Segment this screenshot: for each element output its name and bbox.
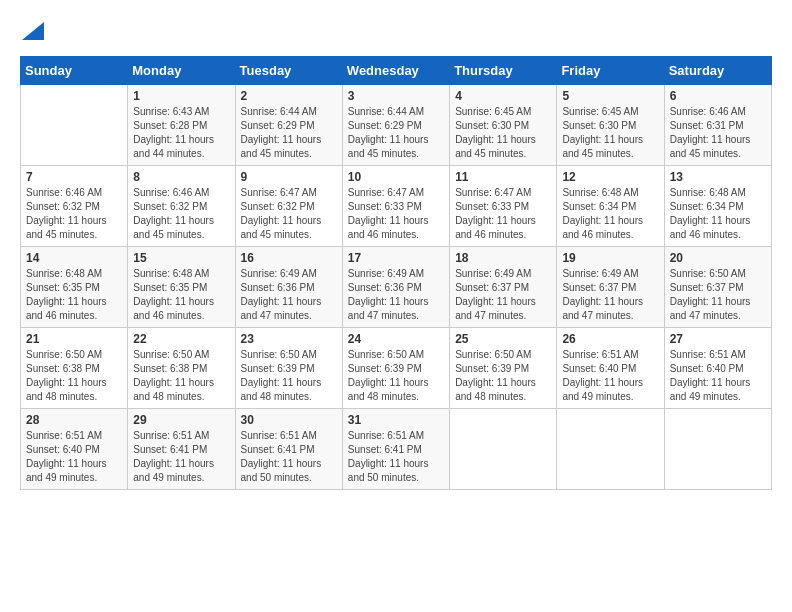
- calendar-cell: 9 Sunrise: 6:47 AM Sunset: 6:32 PM Dayli…: [235, 166, 342, 247]
- sunset-text: Sunset: 6:33 PM: [455, 201, 529, 212]
- calendar-cell: 15 Sunrise: 6:48 AM Sunset: 6:35 PM Dayl…: [128, 247, 235, 328]
- daylight-text: Daylight: 11 hours and 50 minutes.: [348, 458, 429, 483]
- sunrise-text: Sunrise: 6:49 AM: [241, 268, 317, 279]
- calendar-cell: 23 Sunrise: 6:50 AM Sunset: 6:39 PM Dayl…: [235, 328, 342, 409]
- cell-info: Sunrise: 6:44 AM Sunset: 6:29 PM Dayligh…: [241, 105, 337, 161]
- calendar-cell: 26 Sunrise: 6:51 AM Sunset: 6:40 PM Dayl…: [557, 328, 664, 409]
- day-number: 11: [455, 170, 551, 184]
- daylight-text: Daylight: 11 hours and 45 minutes.: [562, 134, 643, 159]
- cell-info: Sunrise: 6:49 AM Sunset: 6:37 PM Dayligh…: [455, 267, 551, 323]
- logo-icon: [22, 22, 44, 40]
- cell-info: Sunrise: 6:46 AM Sunset: 6:32 PM Dayligh…: [26, 186, 122, 242]
- daylight-text: Daylight: 11 hours and 48 minutes.: [241, 377, 322, 402]
- sunrise-text: Sunrise: 6:51 AM: [26, 430, 102, 441]
- sunrise-text: Sunrise: 6:50 AM: [26, 349, 102, 360]
- calendar-week-row: 28 Sunrise: 6:51 AM Sunset: 6:40 PM Dayl…: [21, 409, 772, 490]
- sunrise-text: Sunrise: 6:47 AM: [348, 187, 424, 198]
- cell-info: Sunrise: 6:51 AM Sunset: 6:41 PM Dayligh…: [241, 429, 337, 485]
- daylight-text: Daylight: 11 hours and 46 minutes.: [348, 215, 429, 240]
- sunset-text: Sunset: 6:38 PM: [133, 363, 207, 374]
- calendar-cell: [557, 409, 664, 490]
- cell-info: Sunrise: 6:48 AM Sunset: 6:35 PM Dayligh…: [26, 267, 122, 323]
- calendar-cell: [450, 409, 557, 490]
- calendar-week-row: 7 Sunrise: 6:46 AM Sunset: 6:32 PM Dayli…: [21, 166, 772, 247]
- cell-info: Sunrise: 6:49 AM Sunset: 6:37 PM Dayligh…: [562, 267, 658, 323]
- calendar-cell: 4 Sunrise: 6:45 AM Sunset: 6:30 PM Dayli…: [450, 85, 557, 166]
- cell-info: Sunrise: 6:51 AM Sunset: 6:40 PM Dayligh…: [562, 348, 658, 404]
- weekday-header: Friday: [557, 57, 664, 85]
- sunrise-text: Sunrise: 6:50 AM: [348, 349, 424, 360]
- weekday-header-row: SundayMondayTuesdayWednesdayThursdayFrid…: [21, 57, 772, 85]
- sunset-text: Sunset: 6:41 PM: [133, 444, 207, 455]
- cell-info: Sunrise: 6:51 AM Sunset: 6:41 PM Dayligh…: [133, 429, 229, 485]
- sunrise-text: Sunrise: 6:50 AM: [455, 349, 531, 360]
- daylight-text: Daylight: 11 hours and 45 minutes.: [241, 134, 322, 159]
- daylight-text: Daylight: 11 hours and 45 minutes.: [241, 215, 322, 240]
- sunset-text: Sunset: 6:28 PM: [133, 120, 207, 131]
- calendar-cell: 3 Sunrise: 6:44 AM Sunset: 6:29 PM Dayli…: [342, 85, 449, 166]
- day-number: 3: [348, 89, 444, 103]
- daylight-text: Daylight: 11 hours and 47 minutes.: [348, 296, 429, 321]
- sunset-text: Sunset: 6:39 PM: [455, 363, 529, 374]
- cell-info: Sunrise: 6:50 AM Sunset: 6:39 PM Dayligh…: [241, 348, 337, 404]
- sunset-text: Sunset: 6:32 PM: [26, 201, 100, 212]
- daylight-text: Daylight: 11 hours and 45 minutes.: [348, 134, 429, 159]
- sunset-text: Sunset: 6:32 PM: [133, 201, 207, 212]
- day-number: 26: [562, 332, 658, 346]
- sunset-text: Sunset: 6:40 PM: [26, 444, 100, 455]
- sunrise-text: Sunrise: 6:50 AM: [133, 349, 209, 360]
- daylight-text: Daylight: 11 hours and 45 minutes.: [670, 134, 751, 159]
- day-number: 20: [670, 251, 766, 265]
- cell-info: Sunrise: 6:46 AM Sunset: 6:31 PM Dayligh…: [670, 105, 766, 161]
- day-number: 10: [348, 170, 444, 184]
- cell-info: Sunrise: 6:43 AM Sunset: 6:28 PM Dayligh…: [133, 105, 229, 161]
- daylight-text: Daylight: 11 hours and 45 minutes.: [133, 215, 214, 240]
- calendar-cell: 16 Sunrise: 6:49 AM Sunset: 6:36 PM Dayl…: [235, 247, 342, 328]
- sunset-text: Sunset: 6:39 PM: [348, 363, 422, 374]
- daylight-text: Daylight: 11 hours and 47 minutes.: [562, 296, 643, 321]
- cell-info: Sunrise: 6:50 AM Sunset: 6:37 PM Dayligh…: [670, 267, 766, 323]
- sunrise-text: Sunrise: 6:49 AM: [348, 268, 424, 279]
- day-number: 6: [670, 89, 766, 103]
- weekday-header: Sunday: [21, 57, 128, 85]
- calendar-cell: 27 Sunrise: 6:51 AM Sunset: 6:40 PM Dayl…: [664, 328, 771, 409]
- sunset-text: Sunset: 6:39 PM: [241, 363, 315, 374]
- calendar-cell: 6 Sunrise: 6:46 AM Sunset: 6:31 PM Dayli…: [664, 85, 771, 166]
- sunset-text: Sunset: 6:36 PM: [348, 282, 422, 293]
- cell-info: Sunrise: 6:48 AM Sunset: 6:34 PM Dayligh…: [670, 186, 766, 242]
- daylight-text: Daylight: 11 hours and 46 minutes.: [670, 215, 751, 240]
- cell-info: Sunrise: 6:51 AM Sunset: 6:40 PM Dayligh…: [670, 348, 766, 404]
- cell-info: Sunrise: 6:45 AM Sunset: 6:30 PM Dayligh…: [455, 105, 551, 161]
- calendar-cell: 19 Sunrise: 6:49 AM Sunset: 6:37 PM Dayl…: [557, 247, 664, 328]
- sunset-text: Sunset: 6:30 PM: [455, 120, 529, 131]
- sunset-text: Sunset: 6:37 PM: [455, 282, 529, 293]
- sunrise-text: Sunrise: 6:48 AM: [26, 268, 102, 279]
- daylight-text: Daylight: 11 hours and 50 minutes.: [241, 458, 322, 483]
- sunrise-text: Sunrise: 6:51 AM: [133, 430, 209, 441]
- calendar-cell: 12 Sunrise: 6:48 AM Sunset: 6:34 PM Dayl…: [557, 166, 664, 247]
- page-header: [20, 20, 772, 40]
- svg-marker-0: [22, 22, 44, 40]
- calendar-cell: [664, 409, 771, 490]
- cell-info: Sunrise: 6:49 AM Sunset: 6:36 PM Dayligh…: [241, 267, 337, 323]
- sunrise-text: Sunrise: 6:47 AM: [241, 187, 317, 198]
- daylight-text: Daylight: 11 hours and 48 minutes.: [133, 377, 214, 402]
- day-number: 7: [26, 170, 122, 184]
- cell-info: Sunrise: 6:47 AM Sunset: 6:33 PM Dayligh…: [455, 186, 551, 242]
- calendar-cell: 31 Sunrise: 6:51 AM Sunset: 6:41 PM Dayl…: [342, 409, 449, 490]
- calendar-cell: 7 Sunrise: 6:46 AM Sunset: 6:32 PM Dayli…: [21, 166, 128, 247]
- day-number: 19: [562, 251, 658, 265]
- logo: [20, 20, 44, 40]
- calendar-cell: 8 Sunrise: 6:46 AM Sunset: 6:32 PM Dayli…: [128, 166, 235, 247]
- sunset-text: Sunset: 6:36 PM: [241, 282, 315, 293]
- cell-info: Sunrise: 6:50 AM Sunset: 6:38 PM Dayligh…: [133, 348, 229, 404]
- daylight-text: Daylight: 11 hours and 45 minutes.: [455, 134, 536, 159]
- cell-info: Sunrise: 6:51 AM Sunset: 6:40 PM Dayligh…: [26, 429, 122, 485]
- weekday-header: Saturday: [664, 57, 771, 85]
- day-number: 2: [241, 89, 337, 103]
- day-number: 18: [455, 251, 551, 265]
- sunset-text: Sunset: 6:29 PM: [348, 120, 422, 131]
- day-number: 1: [133, 89, 229, 103]
- sunrise-text: Sunrise: 6:46 AM: [670, 106, 746, 117]
- weekday-header: Tuesday: [235, 57, 342, 85]
